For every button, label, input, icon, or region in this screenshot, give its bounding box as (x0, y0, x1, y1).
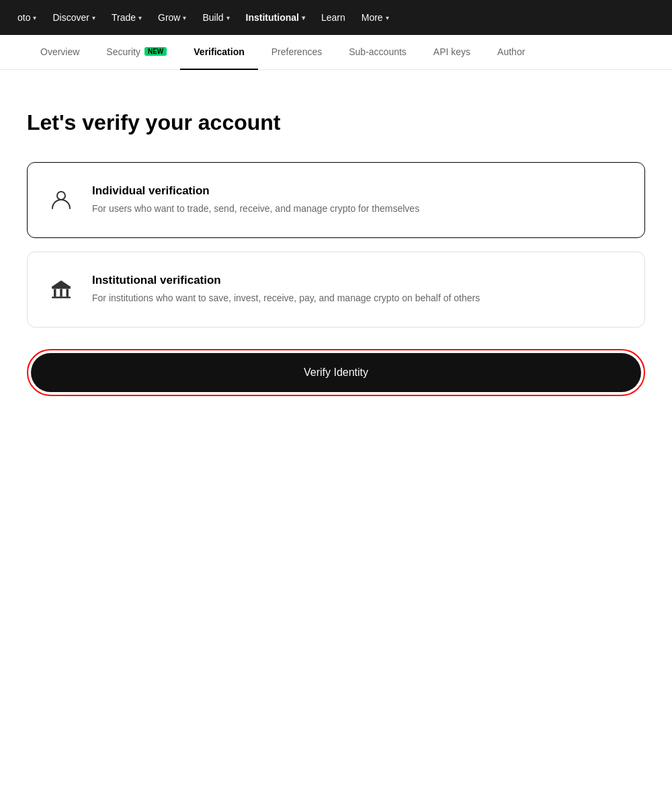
chevron-down-icon: ▾ (183, 14, 186, 22)
nav-item-build[interactable]: Build ▾ (196, 8, 236, 27)
nav-label-grow: Grow (158, 12, 180, 23)
individual-verification-card[interactable]: Individual verification For users who wa… (27, 162, 645, 238)
nav-label-oto: oto (17, 12, 30, 23)
top-navigation: oto ▾ Discover ▾ Trade ▾ Grow ▾ Build ▾ … (0, 0, 672, 35)
tab-api-keys[interactable]: API keys (420, 35, 484, 70)
verify-identity-button[interactable]: Verify Identity (31, 353, 641, 392)
tab-label-author: Author (497, 46, 525, 57)
chevron-down-icon: ▾ (226, 14, 230, 22)
nav-label-more: More (362, 12, 383, 23)
chevron-down-icon: ▾ (386, 14, 389, 22)
nav-item-more[interactable]: More ▾ (355, 8, 396, 27)
tab-preferences[interactable]: Preferences (258, 35, 335, 70)
nav-item-learn[interactable]: Learn (314, 8, 352, 27)
chevron-down-icon: ▾ (138, 14, 142, 22)
nav-item-grow[interactable]: Grow ▾ (151, 8, 193, 27)
svg-rect-2 (52, 287, 71, 289)
tab-label-preferences: Preferences (271, 46, 322, 57)
tab-security[interactable]: Security New (93, 35, 180, 70)
tab-label-sub-accounts: Sub-accounts (349, 46, 407, 57)
tab-label-overview: Overview (40, 46, 79, 57)
institution-icon (46, 275, 76, 305)
chevron-down-icon: ▾ (302, 14, 305, 22)
nav-label-learn: Learn (321, 12, 345, 23)
page-title: Let's verify your account (27, 110, 645, 135)
main-content: Let's verify your account Individual ver… (0, 70, 672, 423)
person-icon (46, 186, 76, 215)
tab-label-api-keys: API keys (433, 46, 470, 57)
new-badge: New (144, 47, 167, 56)
svg-rect-3 (54, 289, 56, 297)
nav-label-build: Build (202, 12, 223, 23)
institutional-card-title: Institutional verification (92, 274, 626, 287)
sub-navigation: Overview Security New Verification Prefe… (0, 35, 672, 70)
tab-verification[interactable]: Verification (180, 35, 257, 70)
institutional-verification-card[interactable]: Institutional verification For instituti… (27, 252, 645, 328)
individual-card-description: For users who want to trade, send, recei… (92, 202, 626, 216)
nav-label-discover: Discover (52, 12, 89, 23)
tab-overview[interactable]: Overview (27, 35, 93, 70)
svg-point-0 (57, 192, 65, 200)
chevron-down-icon: ▾ (92, 14, 95, 22)
svg-rect-5 (67, 289, 69, 297)
tab-label-verification: Verification (194, 46, 244, 57)
nav-label-trade: Trade (112, 12, 136, 23)
chevron-down-icon: ▾ (33, 14, 36, 22)
tab-author[interactable]: Author (484, 35, 538, 70)
nav-item-discover[interactable]: Discover ▾ (46, 8, 101, 27)
svg-rect-4 (60, 289, 62, 297)
nav-item-trade[interactable]: Trade ▾ (105, 8, 149, 27)
tab-label-security: Security (106, 46, 140, 57)
nav-item-institutional[interactable]: Institutional ▾ (239, 8, 312, 27)
tab-sub-accounts[interactable]: Sub-accounts (335, 35, 420, 70)
institutional-card-content: Institutional verification For instituti… (92, 274, 626, 305)
nav-label-institutional: Institutional (246, 12, 299, 23)
verify-button-wrapper: Verify Identity (27, 349, 645, 396)
individual-card-title: Individual verification (92, 184, 626, 198)
svg-rect-1 (52, 297, 71, 299)
nav-item-oto[interactable]: oto ▾ (11, 8, 43, 27)
institutional-card-description: For institutions who want to save, inves… (92, 291, 626, 305)
individual-card-content: Individual verification For users who wa… (92, 184, 626, 216)
